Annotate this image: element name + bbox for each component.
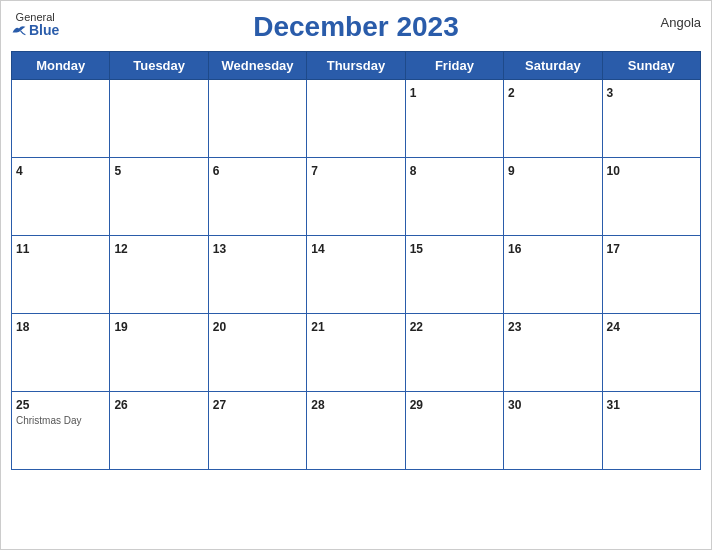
calendar-cell: 26 [110, 392, 208, 470]
calendar-cell: 18 [12, 314, 110, 392]
calendar-cell: 1 [405, 80, 503, 158]
calendar-cell: 7 [307, 158, 405, 236]
logo-blue-text: Blue [29, 23, 59, 37]
day-number: 22 [410, 320, 423, 334]
day-number: 10 [607, 164, 620, 178]
header-wednesday: Wednesday [208, 52, 306, 80]
header-monday: Monday [12, 52, 110, 80]
calendar-cell: 6 [208, 158, 306, 236]
day-number: 29 [410, 398, 423, 412]
holiday-label: Christmas Day [16, 415, 105, 426]
calendar-cell: 22 [405, 314, 503, 392]
calendar-grid: Monday Tuesday Wednesday Thursday Friday… [11, 51, 701, 470]
day-number: 27 [213, 398, 226, 412]
calendar-cell: 13 [208, 236, 306, 314]
calendar-cell: 17 [602, 236, 700, 314]
day-number: 15 [410, 242, 423, 256]
day-number: 6 [213, 164, 220, 178]
day-number: 31 [607, 398, 620, 412]
day-number: 20 [213, 320, 226, 334]
header-thursday: Thursday [307, 52, 405, 80]
calendar-cell: 14 [307, 236, 405, 314]
country-label: Angola [661, 15, 701, 30]
day-number: 23 [508, 320, 521, 334]
day-number: 7 [311, 164, 318, 178]
calendar-cell: 16 [504, 236, 602, 314]
calendar-cell: 9 [504, 158, 602, 236]
header-sunday: Sunday [602, 52, 700, 80]
day-number: 17 [607, 242, 620, 256]
calendar-cell: 27 [208, 392, 306, 470]
day-number: 2 [508, 86, 515, 100]
day-number: 16 [508, 242, 521, 256]
day-number: 21 [311, 320, 324, 334]
calendar-cell [12, 80, 110, 158]
calendar-cell: 11 [12, 236, 110, 314]
day-number: 19 [114, 320, 127, 334]
calendar-cell: 12 [110, 236, 208, 314]
calendar-cell [110, 80, 208, 158]
day-number: 9 [508, 164, 515, 178]
week-row-4: 18192021222324 [12, 314, 701, 392]
day-number: 24 [607, 320, 620, 334]
week-row-1: 123 [12, 80, 701, 158]
day-number: 13 [213, 242, 226, 256]
calendar-cell: 29 [405, 392, 503, 470]
day-number: 28 [311, 398, 324, 412]
day-number: 8 [410, 164, 417, 178]
day-number: 30 [508, 398, 521, 412]
logo-area: General Blue [11, 11, 59, 37]
calendar-cell: 4 [12, 158, 110, 236]
day-number: 3 [607, 86, 614, 100]
logo-bird-icon [11, 24, 27, 36]
calendar-cell [307, 80, 405, 158]
day-number: 25 [16, 398, 29, 412]
calendar-cell: 3 [602, 80, 700, 158]
calendar-cell: 23 [504, 314, 602, 392]
day-number: 1 [410, 86, 417, 100]
header-saturday: Saturday [504, 52, 602, 80]
calendar-cell: 30 [504, 392, 602, 470]
calendar-cell: 19 [110, 314, 208, 392]
day-number: 12 [114, 242, 127, 256]
day-number: 5 [114, 164, 121, 178]
week-row-2: 45678910 [12, 158, 701, 236]
day-number: 11 [16, 242, 29, 256]
week-row-3: 11121314151617 [12, 236, 701, 314]
calendar-cell: 10 [602, 158, 700, 236]
day-number: 26 [114, 398, 127, 412]
calendar-cell: 31 [602, 392, 700, 470]
week-row-5: 25Christmas Day262728293031 [12, 392, 701, 470]
calendar-title: December 2023 [253, 11, 458, 43]
calendar-cell: 5 [110, 158, 208, 236]
calendar-header: General Blue December 2023 Angola [11, 11, 701, 43]
header-tuesday: Tuesday [110, 52, 208, 80]
header-friday: Friday [405, 52, 503, 80]
calendar-cell: 15 [405, 236, 503, 314]
calendar-cell: 2 [504, 80, 602, 158]
day-number: 18 [16, 320, 29, 334]
calendar-cell [208, 80, 306, 158]
day-number: 4 [16, 164, 23, 178]
calendar-cell: 24 [602, 314, 700, 392]
calendar-cell: 25Christmas Day [12, 392, 110, 470]
calendar-container: General Blue December 2023 Angola Monday… [0, 0, 712, 550]
calendar-cell: 20 [208, 314, 306, 392]
calendar-cell: 21 [307, 314, 405, 392]
day-number: 14 [311, 242, 324, 256]
weekday-header-row: Monday Tuesday Wednesday Thursday Friday… [12, 52, 701, 80]
calendar-cell: 8 [405, 158, 503, 236]
calendar-cell: 28 [307, 392, 405, 470]
